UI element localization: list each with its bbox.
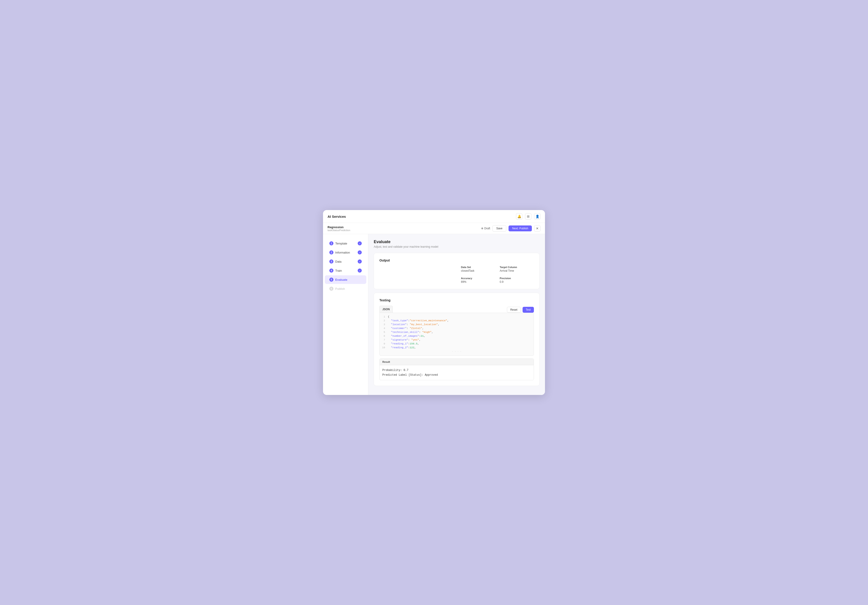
app-header: AI Services 🔔 ⊞ 👤 xyxy=(323,210,545,223)
main-content: Evaluate Adjust, test and validate your … xyxy=(368,234,545,395)
model-info: Regression taskStatusPrediction xyxy=(327,225,350,231)
step-num-6: 6 xyxy=(329,287,333,291)
draft-label: Draft xyxy=(484,227,490,230)
test-button[interactable]: Test xyxy=(522,307,534,313)
sidebar-label-data: Data xyxy=(335,260,341,263)
result-content: Probability: 0.7 Predicted Label [Status… xyxy=(380,365,534,380)
output-section-title: Output xyxy=(380,259,534,262)
precision-field: Precision 0.9 xyxy=(500,277,534,284)
output-card: Output Data Set closedTask Target Column… xyxy=(374,253,539,289)
notification-icon[interactable]: 🔔 xyxy=(516,213,522,220)
sidebar-item-train[interactable]: 4 Train ✓ xyxy=(325,266,366,275)
check-icon-2: ✓ xyxy=(358,250,362,254)
result-label: Result xyxy=(380,359,534,365)
sidebar-item-template[interactable]: 1 Template ✓ xyxy=(325,239,366,248)
publish-button[interactable]: Next: Publish xyxy=(508,225,532,231)
draft-dot xyxy=(481,228,483,229)
subheader-actions: Draft Save Next: Publish ✕ xyxy=(481,225,541,231)
sidebar-label-publish: Publish xyxy=(335,287,345,290)
sidebar-item-information[interactable]: 2 Information ✓ xyxy=(325,248,366,257)
precision-value: 0.9 xyxy=(500,280,534,284)
target-label: Target Column xyxy=(500,266,534,268)
testing-title: Testing xyxy=(380,298,534,302)
dataset-value: closedTask xyxy=(461,269,495,272)
code-line-10: 10 "reading_2":122, xyxy=(380,346,534,349)
page-title: Evaluate xyxy=(374,239,539,244)
sidebar-label-template: Template xyxy=(335,242,347,245)
sidebar-label-train: Train xyxy=(335,269,342,272)
sidebar-label-information: Information xyxy=(335,251,350,254)
code-editor[interactable]: 1 { 2 "task_type":"corrective_maintenanc… xyxy=(380,313,534,356)
draft-badge: Draft xyxy=(481,227,490,230)
subheader: Regression taskStatusPrediction Draft Sa… xyxy=(323,223,545,234)
model-name: Regression xyxy=(327,225,350,229)
sidebar-label-evaluate: Evaluate xyxy=(335,278,347,281)
testing-card: Testing JSON Reset Test 1 { 2 "t xyxy=(374,293,539,386)
accuracy-field: Accuracy 89% xyxy=(461,277,495,284)
step-num-4: 4 xyxy=(329,268,333,273)
model-subtitle: taskStatusPrediction xyxy=(327,229,350,231)
code-line-6: 6 "number_of_images":21, xyxy=(380,334,534,338)
code-line-9: 9 "reading_1":156.5, xyxy=(380,342,534,346)
main-layout: 1 Template ✓ 2 Information ✓ 3 Data ✓ xyxy=(323,234,545,395)
dataset-label: Data Set xyxy=(461,266,495,268)
code-line-3: 3 "location": "my_best_location", xyxy=(380,323,534,326)
step-num-5: 5 xyxy=(329,278,333,282)
code-line-5: 5 "technician_skill": "High", xyxy=(380,330,534,334)
code-line-2: 2 "task_type":"corrective_maintenance", xyxy=(380,319,534,323)
app-title: AI Services xyxy=(327,214,346,219)
check-icon-1: ✓ xyxy=(358,241,362,245)
header-icons: 🔔 ⊞ 👤 xyxy=(516,213,541,220)
reset-button[interactable]: Reset xyxy=(507,307,521,313)
scroll-indicator: · · · · xyxy=(380,349,534,354)
accuracy-label: Accuracy xyxy=(461,277,495,279)
target-value: Arrival Time xyxy=(500,269,534,272)
json-actions: Reset Test xyxy=(507,307,534,313)
check-icon-3: ✓ xyxy=(358,259,362,264)
code-line-4: 4 "customer": "Zintel", xyxy=(380,326,534,330)
main-window: AI Services 🔔 ⊞ 👤 Regression taskStatusP… xyxy=(323,210,545,395)
check-icon-4: ✓ xyxy=(358,268,362,273)
sidebar: 1 Template ✓ 2 Information ✓ 3 Data ✓ xyxy=(323,234,368,395)
result-section: Result Probability: 0.7 Predicted Label … xyxy=(380,358,534,380)
result-line-2: Predicted Label [Status]: Approved xyxy=(382,373,531,377)
precision-label: Precision xyxy=(500,277,534,279)
code-line-1: 1 { xyxy=(380,315,534,319)
dataset-field: Data Set closedTask xyxy=(461,266,495,272)
target-field: Target Column Arrival Time xyxy=(500,266,534,272)
result-line-1: Probability: 0.7 xyxy=(382,368,531,372)
sidebar-item-publish[interactable]: 6 Publish xyxy=(325,284,366,293)
output-grid: Data Set closedTask Target Column Arriva… xyxy=(461,266,534,284)
step-num-2: 2 xyxy=(329,250,333,254)
accuracy-value: 89% xyxy=(461,280,495,284)
close-button[interactable]: ✕ xyxy=(534,225,541,231)
save-button[interactable]: Save xyxy=(493,225,506,231)
json-tab-label: JSON xyxy=(380,306,393,313)
step-num-3: 3 xyxy=(329,259,333,264)
code-line-7: 7 "signature": "yes", xyxy=(380,338,534,342)
sidebar-item-data[interactable]: 3 Data ✓ xyxy=(325,257,366,266)
sidebar-item-evaluate[interactable]: 5 Evaluate xyxy=(325,275,366,284)
user-icon[interactable]: 👤 xyxy=(534,213,541,220)
page-subtitle: Adjust, test and validate your machine l… xyxy=(374,245,539,248)
grid-icon[interactable]: ⊞ xyxy=(525,213,532,220)
step-num-1: 1 xyxy=(329,241,333,245)
